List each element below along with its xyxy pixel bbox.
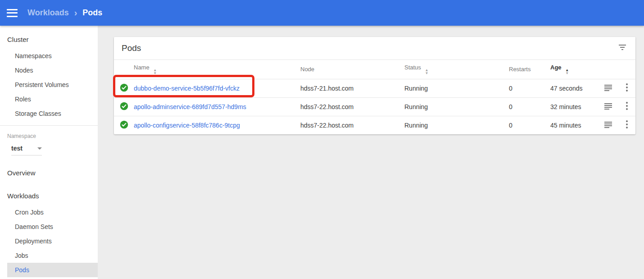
namespace-label: Namespace bbox=[7, 133, 91, 139]
chevron-right-icon: › bbox=[74, 8, 77, 18]
table-row: apollo-configservice-58f8fc786c-9tcpg hd… bbox=[114, 116, 635, 134]
pod-restarts: 0 bbox=[509, 97, 550, 116]
sidebar-item-nodes[interactable]: Nodes bbox=[0, 63, 98, 78]
pod-status: Running bbox=[404, 116, 509, 134]
logs-icon[interactable] bbox=[604, 103, 612, 111]
sidebar-item-cron-jobs[interactable]: Cron Jobs bbox=[0, 205, 98, 220]
sort-arrows-icon: ▲▼ bbox=[565, 69, 569, 75]
pod-node: hdss7-22.host.com bbox=[300, 116, 404, 134]
namespace-select[interactable]: test bbox=[11, 145, 42, 156]
logs-icon[interactable] bbox=[604, 84, 612, 92]
column-header-name[interactable]: Name ▲▼ bbox=[134, 60, 300, 79]
pod-name-link[interactable]: apollo-adminservice-689fd7d557-hd9ms bbox=[134, 103, 246, 110]
sidebar-header-cluster[interactable]: Cluster bbox=[0, 26, 98, 49]
pod-age: 45 minutes bbox=[550, 116, 598, 134]
top-app-bar: Workloads › Pods bbox=[0, 0, 644, 26]
sidebar-item-persistent-volumes[interactable]: Persistent Volumes bbox=[0, 78, 98, 92]
table-header-row: Name ▲▼ Node Status ▲▼ Restarts bbox=[114, 60, 635, 79]
column-header-node[interactable]: Node bbox=[300, 60, 404, 79]
sidebar-header-workloads[interactable]: Workloads bbox=[0, 182, 98, 205]
kebab-menu-icon[interactable] bbox=[626, 83, 628, 93]
pod-name-link[interactable]: apollo-configservice-58f8fc786c-9tcpg bbox=[134, 122, 240, 129]
sidebar-item-namespaces[interactable]: Namespaces bbox=[0, 49, 98, 63]
breadcrumb: Workloads › Pods bbox=[27, 8, 102, 18]
filter-list-icon[interactable] bbox=[618, 44, 626, 52]
sidebar-divider bbox=[0, 125, 98, 126]
card-title: Pods bbox=[122, 43, 141, 53]
pod-node: hdss7-21.host.com bbox=[300, 79, 404, 97]
pod-name-link[interactable]: dubbo-demo-service-5b5f96f7fd-vfckz bbox=[134, 85, 240, 92]
status-ok-icon bbox=[114, 79, 134, 97]
sidebar-item-overview[interactable]: Overview bbox=[0, 159, 98, 182]
sidebar-item-roles[interactable]: Roles bbox=[0, 92, 98, 106]
column-header-node-label: Node bbox=[300, 66, 314, 73]
status-ok-icon bbox=[114, 97, 134, 116]
breadcrumb-pods: Pods bbox=[82, 8, 102, 18]
namespace-selected-value: test bbox=[11, 145, 23, 152]
logs-icon[interactable] bbox=[604, 121, 612, 129]
column-logs bbox=[598, 60, 618, 79]
column-header-age[interactable]: Age ▲▼ bbox=[550, 60, 598, 79]
menu-icon-bar bbox=[7, 16, 18, 17]
column-status-icon bbox=[114, 60, 134, 79]
column-header-restarts-label: Restarts bbox=[509, 66, 531, 73]
table-row: apollo-adminservice-689fd7d557-hd9ms hds… bbox=[114, 97, 635, 116]
pod-restarts: 0 bbox=[509, 79, 550, 97]
menu-icon[interactable] bbox=[7, 9, 18, 17]
sidebar-item-deployments[interactable]: Deployments bbox=[0, 234, 98, 248]
pod-age: 47 seconds bbox=[550, 79, 598, 97]
menu-icon-bar bbox=[7, 9, 18, 10]
column-header-status-label: Status bbox=[404, 64, 421, 71]
column-actions bbox=[618, 60, 635, 79]
pod-age: 32 minutes bbox=[550, 97, 598, 116]
breadcrumb-workloads[interactable]: Workloads bbox=[27, 8, 69, 18]
sidebar-item-pods[interactable]: Pods bbox=[7, 263, 98, 277]
sidebar-item-jobs[interactable]: Jobs bbox=[0, 248, 98, 263]
kebab-menu-icon[interactable] bbox=[626, 120, 628, 130]
column-header-status[interactable]: Status ▲▼ bbox=[404, 60, 509, 79]
sort-arrows-icon: ▲▼ bbox=[425, 69, 428, 75]
kebab-menu-icon[interactable] bbox=[626, 102, 628, 111]
column-header-name-label: Name bbox=[134, 64, 150, 71]
pods-table: Name ▲▼ Node Status ▲▼ Restarts bbox=[114, 60, 635, 134]
dropdown-caret-icon bbox=[37, 147, 42, 150]
table-row: dubbo-demo-service-5b5f96f7fd-vfckz hdss… bbox=[114, 79, 635, 97]
sidebar-item-storage-classes[interactable]: Storage Classes bbox=[0, 106, 98, 121]
menu-icon-bar bbox=[7, 12, 18, 14]
column-header-age-label: Age bbox=[550, 64, 562, 71]
card-header: Pods bbox=[114, 37, 635, 60]
pods-card: Pods bbox=[114, 37, 635, 134]
status-ok-icon bbox=[114, 116, 134, 134]
pod-status: Running bbox=[404, 79, 509, 97]
pod-restarts: 0 bbox=[509, 116, 550, 134]
sidebar-item-daemon-sets[interactable]: Daemon Sets bbox=[0, 220, 98, 234]
main-content: Pods bbox=[98, 26, 644, 279]
pod-node: hdss7-22.host.com bbox=[300, 97, 404, 116]
sidebar: Cluster Namespaces Nodes Persistent Volu… bbox=[0, 26, 98, 279]
pod-status: Running bbox=[404, 97, 509, 116]
column-header-restarts[interactable]: Restarts bbox=[509, 60, 550, 79]
sort-arrows-icon: ▲▼ bbox=[153, 69, 157, 75]
